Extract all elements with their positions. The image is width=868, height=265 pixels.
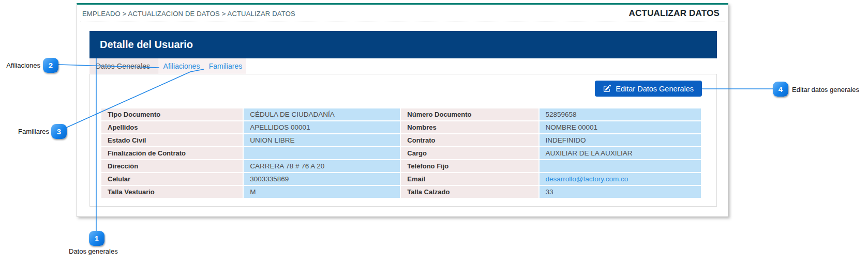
table-row: ApellidosAPELLIDOS 00001NombresNOMBRE 00…	[101, 121, 701, 133]
edit-button-label: Editar Datos Generales	[616, 85, 694, 93]
field-label: Talla Calzado	[401, 186, 538, 198]
button-row: Editar Datos Generales	[100, 81, 702, 97]
header-row: EMPLEADO > ACTUALIZACION DE DATOS > ACTU…	[77, 5, 728, 20]
annotation-label-3: Familiares	[13, 128, 49, 135]
field-value: CÉDULA DE CIUDADANÍA	[244, 108, 400, 120]
field-value: M	[244, 186, 400, 198]
table-row: Tipo DocumentoCÉDULA DE CIUDADANÍANúmero…	[101, 108, 701, 120]
field-label: Talla Vestuario	[101, 186, 243, 198]
field-label: Finalización de Contrato	[101, 147, 243, 159]
header-separator	[80, 22, 725, 22]
field-label: Cargo	[401, 147, 538, 159]
annotation-balloon-1: 1	[89, 231, 104, 246]
tab-datos-generales[interactable]: Datos Generales	[89, 58, 158, 74]
field-value: AUXILIAR DE LA AUXILIAR	[540, 147, 701, 159]
annotation-balloon-2: 2	[43, 58, 58, 73]
breadcrumb[interactable]: EMPLEADO > ACTUALIZACION DE DATOS > ACTU…	[82, 10, 295, 18]
panel-title: Detalle del Usuario	[100, 39, 193, 51]
field-value	[244, 147, 400, 159]
table-row: Talla VestuarioMTalla Calzado33	[101, 186, 701, 198]
field-label: Teléfono Fijo	[401, 160, 538, 172]
field-label: Contrato	[401, 134, 538, 146]
field-label: Nombres	[401, 121, 538, 133]
main-card: EMPLEADO > ACTUALIZACION DE DATOS > ACTU…	[77, 3, 728, 217]
annotation-balloon-3: 3	[51, 124, 67, 139]
field-value[interactable]: desarrollo@factory.com.co	[540, 173, 701, 185]
field-value: APELLIDOS 00001	[244, 121, 400, 133]
field-value: INDEFINIDO	[540, 134, 701, 146]
annotation-balloon-4: 4	[773, 82, 788, 97]
field-label: Número Documento	[401, 108, 538, 120]
table-row: Celular3003335869Emaildesarrollo@factory…	[101, 173, 701, 185]
field-label: Apellidos	[101, 121, 243, 133]
field-label: Estado Civil	[101, 134, 243, 146]
field-value: NOMBRE 00001	[540, 121, 701, 133]
field-label: Tipo Documento	[101, 108, 243, 120]
table-row: DirecciónCARRERA 78 # 76 A 20Teléfono Fi…	[101, 160, 701, 172]
table-row: Estado CivilUNION LIBREContratoINDEFINID…	[101, 134, 701, 146]
field-value: UNION LIBRE	[244, 134, 400, 146]
tab-content: Editar Datos Generales Tipo DocumentoCÉD…	[89, 74, 717, 207]
field-value: 52859658	[540, 108, 701, 120]
tab-strip: Datos Generales Afiliaciones Familiares	[89, 58, 717, 74]
edit-datos-generales-button[interactable]: Editar Datos Generales	[595, 81, 702, 97]
annotation-label-2: Afiliaciones	[4, 61, 40, 69]
pencil-square-icon	[603, 85, 611, 92]
annotation-label-1: Datos generales	[69, 247, 118, 255]
field-label: Dirección	[101, 160, 243, 172]
page-title: ACTUALIZAR DATOS	[629, 8, 720, 19]
field-value	[540, 160, 701, 172]
field-label: Email	[401, 173, 538, 185]
field-value: CARRERA 78 # 76 A 20	[244, 160, 400, 172]
field-label: Celular	[101, 173, 243, 185]
user-details-table: Tipo DocumentoCÉDULA DE CIUDADANÍANúmero…	[100, 107, 702, 199]
panel-title-bar: Detalle del Usuario	[89, 31, 717, 58]
field-value: 3003335869	[244, 173, 400, 185]
table-row: Finalización de ContratoCargoAUXILIAR DE…	[101, 147, 701, 159]
annotation-label-4: Editar datos generales	[792, 86, 859, 93]
tab-familiares[interactable]: Familiares	[205, 58, 246, 74]
field-value: 33	[540, 186, 701, 198]
tab-afiliaciones[interactable]: Afiliaciones	[158, 58, 205, 74]
user-detail-panel: Detalle del Usuario Datos Generales Afil…	[89, 31, 717, 207]
